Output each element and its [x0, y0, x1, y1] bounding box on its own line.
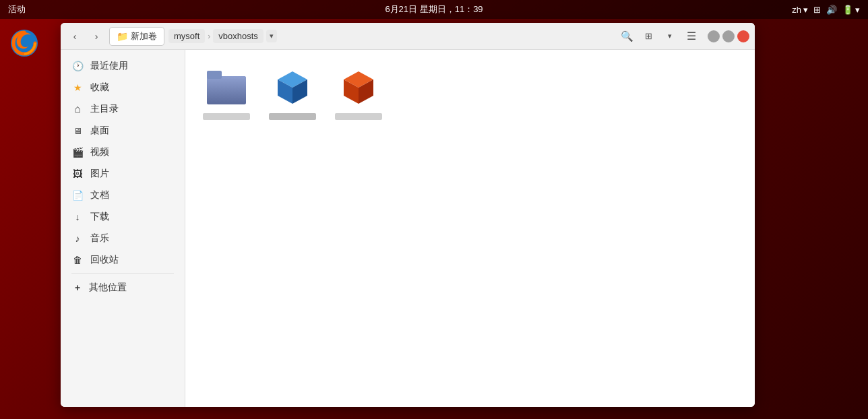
toolbar-right: 🔍 ⊞ ▾ ☰: [617, 27, 701, 46]
volume-icon: 🔊: [826, 5, 837, 15]
sidebar-section-bookmarks: 🕐 最近使用 ★ 收藏 ⌂ 主目录 🖥 桌面 🎬 视频: [61, 55, 185, 271]
activities-label[interactable]: 活动: [8, 3, 26, 15]
sidebar-item-documents[interactable]: 📄 文档: [61, 185, 185, 206]
search-button[interactable]: 🔍: [617, 27, 636, 46]
top-bar: 活动 6月21日 星期日，11：39 zh ▾ ⊞ 🔊 🔋 ▾: [0, 0, 868, 19]
battery-indicator[interactable]: 🔋 ▾: [842, 5, 860, 15]
recent-icon: 🕐: [71, 60, 84, 72]
svg-rect-3: [207, 71, 222, 79]
sidebar-divider: [71, 273, 174, 274]
folder-name: [203, 113, 250, 120]
sidebar-item-trash[interactable]: 🗑 回收站: [61, 249, 185, 271]
lang-arrow: ▾: [803, 5, 808, 15]
sidebar-label-music: 音乐: [90, 232, 109, 245]
sidebar-item-home[interactable]: ⌂ 主目录: [61, 98, 185, 120]
file-item-folder[interactable]: [196, 61, 257, 125]
battery-icon: 🔋: [842, 5, 853, 15]
forward-button[interactable]: ›: [88, 28, 105, 45]
sidebar-label-desktop: 桌面: [90, 125, 109, 137]
new-folder-icon: 📁: [117, 31, 128, 42]
sidebar-label-documents: 文档: [90, 189, 109, 201]
svg-rect-2: [207, 76, 246, 104]
settings-arrow: ▾: [855, 5, 860, 15]
sidebar-label-other-locations: 其他位置: [89, 282, 127, 294]
breadcrumb-separator: ›: [208, 32, 210, 41]
vdi-name: [335, 113, 382, 120]
music-icon: ♪: [71, 232, 84, 245]
folder-icon: [207, 71, 246, 104]
trash-icon: 🗑: [71, 254, 84, 266]
other-locations-icon: +: [71, 282, 84, 294]
maximize-button[interactable]: □: [722, 30, 735, 42]
video-icon: 🎬: [71, 146, 84, 158]
sidebar-label-pictures: 图片: [90, 168, 109, 180]
sidebar-item-video[interactable]: 🎬 视频: [61, 141, 185, 163]
network-icon: ⊞: [813, 5, 821, 15]
sidebar-item-starred[interactable]: ★ 收藏: [61, 77, 185, 98]
sidebar-item-downloads[interactable]: ↓ 下载: [61, 206, 185, 228]
folder-icon-wrapper: [205, 66, 248, 109]
sidebar-label-video: 视频: [90, 146, 109, 158]
breadcrumb-dropdown-btn[interactable]: [266, 30, 277, 42]
sidebar-item-other-locations[interactable]: + 其他位置: [61, 277, 185, 298]
lang-selector[interactable]: zh ▾: [792, 5, 808, 15]
file-manager-window: ‹ › 📁 新加卷 mysoft › vboxhosts 🔍 ⊞ ▾ ☰ – □…: [61, 23, 755, 407]
desktop-icon: 🖥: [71, 125, 84, 137]
breadcrumb-vboxhosts[interactable]: vboxhosts: [213, 29, 264, 43]
view-options-button[interactable]: ▾: [660, 27, 679, 46]
file-item-vmdk[interactable]: [262, 61, 323, 125]
menu-button[interactable]: ☰: [682, 27, 701, 46]
new-folder-label: 新加卷: [131, 30, 157, 42]
documents-icon: 📄: [71, 189, 84, 201]
home-icon: ⌂: [71, 103, 84, 115]
file-view[interactable]: [185, 50, 755, 407]
new-folder-button[interactable]: 📁 新加卷: [109, 27, 164, 46]
vmdk-icon-wrapper: [271, 66, 314, 109]
vdi-icon: [340, 69, 377, 106]
vmdk-icon: [274, 69, 311, 106]
volume-indicator[interactable]: 🔊: [826, 5, 837, 15]
vdi-icon-wrapper: [337, 66, 380, 109]
sidebar-item-pictures[interactable]: 🖼 图片: [61, 163, 185, 185]
file-item-vdi[interactable]: [328, 61, 389, 125]
starred-icon: ★: [71, 82, 84, 94]
minimize-button[interactable]: –: [708, 30, 720, 42]
sidebar-label-recent: 最近使用: [90, 60, 128, 72]
content-area: 🕐 最近使用 ★ 收藏 ⌂ 主目录 🖥 桌面 🎬 视频: [61, 50, 755, 407]
vmdk-name: [269, 113, 316, 120]
datetime-display: 6月21日 星期日，11：39: [385, 3, 483, 15]
back-button[interactable]: ‹: [66, 28, 84, 45]
sidebar-label-trash: 回收站: [90, 254, 119, 266]
network-indicator[interactable]: ⊞: [813, 5, 821, 15]
sidebar-item-recent[interactable]: 🕐 最近使用: [61, 55, 185, 77]
firefox-dock-icon[interactable]: [0, 19, 49, 67]
grid-view-button[interactable]: ⊞: [639, 27, 658, 46]
sidebar: 🕐 最近使用 ★ 收藏 ⌂ 主目录 🖥 桌面 🎬 视频: [61, 50, 185, 407]
sidebar-item-music[interactable]: ♪ 音乐: [61, 228, 185, 249]
breadcrumb-mysoft[interactable]: mysoft: [168, 29, 205, 43]
pictures-icon: 🖼: [71, 168, 84, 180]
file-grid: [196, 61, 744, 125]
system-tray: zh ▾ ⊞ 🔊 🔋 ▾: [792, 5, 860, 15]
lang-label: zh: [792, 5, 801, 15]
window-controls: – □ ✕: [708, 30, 749, 42]
downloads-icon: ↓: [71, 211, 84, 223]
close-button[interactable]: ✕: [737, 30, 749, 42]
sidebar-label-home: 主目录: [90, 103, 119, 115]
sidebar-label-downloads: 下载: [90, 211, 109, 223]
sidebar-label-starred: 收藏: [90, 82, 109, 94]
title-bar: ‹ › 📁 新加卷 mysoft › vboxhosts 🔍 ⊞ ▾ ☰ – □…: [61, 23, 755, 50]
breadcrumb: mysoft › vboxhosts: [168, 29, 613, 43]
sidebar-item-desktop[interactable]: 🖥 桌面: [61, 120, 185, 141]
